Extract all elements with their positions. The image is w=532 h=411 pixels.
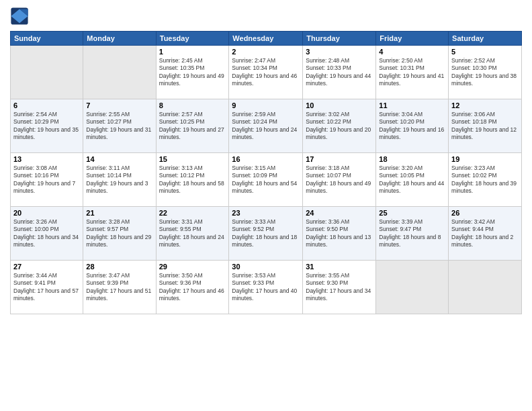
calendar-cell <box>83 46 156 99</box>
calendar-cell: 18Sunrise: 3:20 AMSunset: 10:05 PMDaylig… <box>376 153 449 207</box>
day-number: 6 <box>13 101 80 109</box>
day-number: 1 <box>159 48 226 56</box>
day-number: 30 <box>232 263 300 271</box>
calendar-cell <box>376 261 449 314</box>
cell-info: Sunrise: 3:42 AMSunset: 9:44 PMDaylight:… <box>451 218 519 249</box>
cell-info: Sunrise: 2:54 AMSunset: 10:29 PMDaylight… <box>13 111 80 142</box>
cell-info: Sunrise: 3:08 AMSunset: 10:16 PMDaylight… <box>13 165 80 195</box>
day-number: 27 <box>13 263 80 271</box>
calendar-cell: 25Sunrise: 3:39 AMSunset: 9:47 PMDayligh… <box>376 207 449 261</box>
day-number: 22 <box>159 209 226 217</box>
day-of-week-header: Friday <box>376 32 449 46</box>
calendar-cell: 22Sunrise: 3:31 AMSunset: 9:55 PMDayligh… <box>156 207 229 261</box>
calendar-week-row: 6Sunrise: 2:54 AMSunset: 10:29 PMDayligh… <box>11 99 522 153</box>
day-of-week-header: Tuesday <box>156 32 229 46</box>
page: SundayMondayTuesdayWednesdayThursdayFrid… <box>0 0 532 411</box>
calendar-cell: 31Sunrise: 3:55 AMSunset: 9:30 PMDayligh… <box>303 261 376 314</box>
day-number: 11 <box>379 101 445 109</box>
calendar-cell: 8Sunrise: 2:57 AMSunset: 10:25 PMDayligh… <box>156 99 229 153</box>
logo-icon <box>10 7 29 26</box>
cell-info: Sunrise: 3:31 AMSunset: 9:55 PMDaylight:… <box>159 218 226 249</box>
day-number: 3 <box>306 48 373 56</box>
cell-info: Sunrise: 3:53 AMSunset: 9:33 PMDaylight:… <box>232 272 300 303</box>
day-number: 8 <box>159 101 226 109</box>
calendar-cell: 15Sunrise: 3:13 AMSunset: 10:12 PMDaylig… <box>156 153 229 207</box>
cell-info: Sunrise: 3:50 AMSunset: 9:36 PMDaylight:… <box>159 272 226 303</box>
cell-info: Sunrise: 3:20 AMSunset: 10:05 PMDaylight… <box>379 165 445 195</box>
calendar-cell: 6Sunrise: 2:54 AMSunset: 10:29 PMDayligh… <box>11 99 83 153</box>
calendar-cell: 27Sunrise: 3:44 AMSunset: 9:41 PMDayligh… <box>11 261 83 314</box>
calendar-cell: 12Sunrise: 3:06 AMSunset: 10:18 PMDaylig… <box>449 99 522 153</box>
day-number: 25 <box>379 209 445 217</box>
day-number: 7 <box>86 101 152 109</box>
day-number: 24 <box>306 209 373 217</box>
cell-info: Sunrise: 3:33 AMSunset: 9:52 PMDaylight:… <box>232 218 300 249</box>
day-of-week-header: Monday <box>83 32 156 46</box>
calendar-cell: 28Sunrise: 3:47 AMSunset: 9:39 PMDayligh… <box>83 261 156 314</box>
cell-info: Sunrise: 3:13 AMSunset: 10:12 PMDaylight… <box>159 165 226 195</box>
day-number: 28 <box>86 263 152 271</box>
calendar-cell: 9Sunrise: 2:59 AMSunset: 10:24 PMDayligh… <box>229 99 303 153</box>
cell-info: Sunrise: 3:18 AMSunset: 10:07 PMDaylight… <box>306 165 373 195</box>
cell-info: Sunrise: 3:11 AMSunset: 10:14 PMDaylight… <box>86 165 152 195</box>
day-number: 2 <box>232 48 300 56</box>
day-number: 10 <box>306 101 373 109</box>
cell-info: Sunrise: 3:39 AMSunset: 9:47 PMDaylight:… <box>379 218 445 249</box>
day-number: 26 <box>451 209 519 217</box>
calendar-cell: 3Sunrise: 2:48 AMSunset: 10:33 PMDayligh… <box>303 46 376 99</box>
calendar-cell: 13Sunrise: 3:08 AMSunset: 10:16 PMDaylig… <box>11 153 83 207</box>
day-number: 9 <box>232 101 300 109</box>
calendar-week-row: 20Sunrise: 3:26 AMSunset: 10:00 PMDaylig… <box>11 207 522 261</box>
day-number: 29 <box>159 263 226 271</box>
cell-info: Sunrise: 3:36 AMSunset: 9:50 PMDaylight:… <box>306 218 373 249</box>
calendar-cell: 16Sunrise: 3:15 AMSunset: 10:09 PMDaylig… <box>229 153 303 207</box>
calendar-cell: 19Sunrise: 3:23 AMSunset: 10:02 PMDaylig… <box>449 153 522 207</box>
header <box>10 7 522 26</box>
day-number: 20 <box>13 209 80 217</box>
day-of-week-header: Saturday <box>449 32 522 46</box>
calendar-week-row: 13Sunrise: 3:08 AMSunset: 10:16 PMDaylig… <box>11 153 522 207</box>
calendar-cell <box>449 261 522 314</box>
cell-info: Sunrise: 2:59 AMSunset: 10:24 PMDaylight… <box>232 111 300 142</box>
calendar-cell: 17Sunrise: 3:18 AMSunset: 10:07 PMDaylig… <box>303 153 376 207</box>
calendar-cell: 11Sunrise: 3:04 AMSunset: 10:20 PMDaylig… <box>376 99 449 153</box>
cell-info: Sunrise: 3:44 AMSunset: 9:41 PMDaylight:… <box>13 272 80 303</box>
day-number: 21 <box>86 209 152 217</box>
cell-info: Sunrise: 3:55 AMSunset: 9:30 PMDaylight:… <box>306 272 373 303</box>
calendar-cell: 21Sunrise: 3:28 AMSunset: 9:57 PMDayligh… <box>83 207 156 261</box>
calendar-week-row: 27Sunrise: 3:44 AMSunset: 9:41 PMDayligh… <box>11 261 522 314</box>
calendar-cell: 23Sunrise: 3:33 AMSunset: 9:52 PMDayligh… <box>229 207 303 261</box>
day-number: 17 <box>306 155 373 163</box>
cell-info: Sunrise: 2:48 AMSunset: 10:33 PMDaylight… <box>306 57 373 88</box>
day-number: 31 <box>306 263 373 271</box>
cell-info: Sunrise: 2:57 AMSunset: 10:25 PMDaylight… <box>159 111 226 142</box>
day-number: 5 <box>451 48 519 56</box>
calendar-cell: 5Sunrise: 2:52 AMSunset: 10:30 PMDayligh… <box>449 46 522 99</box>
day-number: 12 <box>451 101 519 109</box>
day-number: 19 <box>451 155 519 163</box>
calendar-cell: 29Sunrise: 3:50 AMSunset: 9:36 PMDayligh… <box>156 261 229 314</box>
day-number: 15 <box>159 155 226 163</box>
day-number: 23 <box>232 209 300 217</box>
cell-info: Sunrise: 3:02 AMSunset: 10:22 PMDaylight… <box>306 111 373 142</box>
day-of-week-header: Thursday <box>303 32 376 46</box>
cell-info: Sunrise: 3:28 AMSunset: 9:57 PMDaylight:… <box>86 218 152 249</box>
cell-info: Sunrise: 3:04 AMSunset: 10:20 PMDaylight… <box>379 111 445 142</box>
calendar-cell: 4Sunrise: 2:50 AMSunset: 10:31 PMDayligh… <box>376 46 449 99</box>
cell-info: Sunrise: 3:47 AMSunset: 9:39 PMDaylight:… <box>86 272 152 303</box>
cell-info: Sunrise: 3:23 AMSunset: 10:02 PMDaylight… <box>451 165 519 195</box>
calendar-table: SundayMondayTuesdayWednesdayThursdayFrid… <box>10 31 522 314</box>
calendar-cell: 14Sunrise: 3:11 AMSunset: 10:14 PMDaylig… <box>83 153 156 207</box>
cell-info: Sunrise: 3:26 AMSunset: 10:00 PMDaylight… <box>13 218 80 249</box>
logo <box>10 7 31 26</box>
calendar-cell: 10Sunrise: 3:02 AMSunset: 10:22 PMDaylig… <box>303 99 376 153</box>
cell-info: Sunrise: 2:50 AMSunset: 10:31 PMDaylight… <box>379 57 445 88</box>
day-number: 18 <box>379 155 445 163</box>
day-number: 16 <box>232 155 300 163</box>
cell-info: Sunrise: 2:45 AMSunset: 10:35 PMDaylight… <box>159 57 226 88</box>
calendar-header-row: SundayMondayTuesdayWednesdayThursdayFrid… <box>11 32 522 46</box>
calendar-cell: 7Sunrise: 2:55 AMSunset: 10:27 PMDayligh… <box>83 99 156 153</box>
day-number: 4 <box>379 48 445 56</box>
calendar-cell: 2Sunrise: 2:47 AMSunset: 10:34 PMDayligh… <box>229 46 303 99</box>
calendar-cell: 20Sunrise: 3:26 AMSunset: 10:00 PMDaylig… <box>11 207 83 261</box>
